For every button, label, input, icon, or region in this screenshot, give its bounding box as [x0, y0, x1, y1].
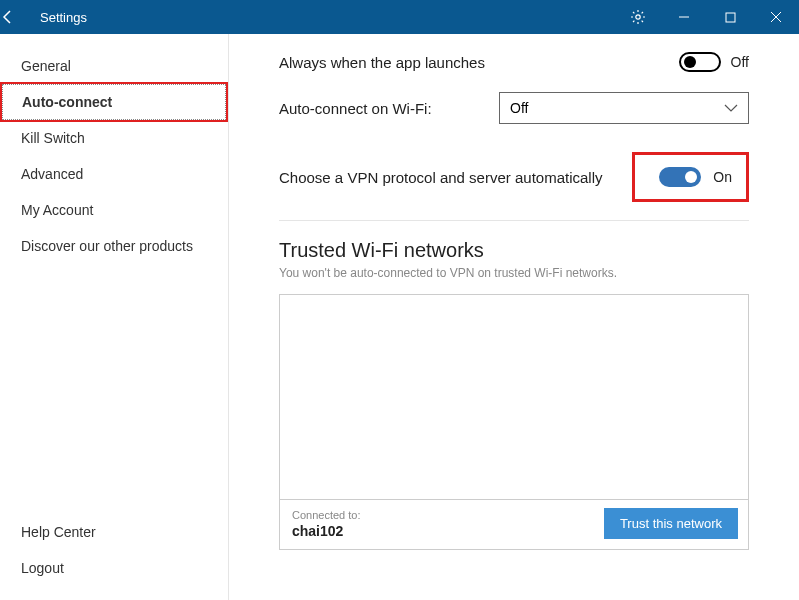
sidebar-item-logout[interactable]: Logout — [0, 550, 228, 586]
connected-label: Connected to: — [292, 509, 361, 521]
back-button[interactable] — [0, 9, 40, 25]
protocol-toggle-label: Choose a VPN protocol and server automat… — [279, 169, 603, 186]
content-pane: Always when the app launches Off Auto-co… — [229, 34, 799, 600]
titlebar: Settings — [0, 0, 799, 34]
maximize-icon — [725, 12, 736, 23]
wifi-select[interactable]: Off — [499, 92, 749, 124]
launch-toggle[interactable] — [679, 52, 721, 72]
window-title: Settings — [40, 10, 87, 25]
svg-rect-2 — [726, 13, 735, 22]
launch-toggle-row: Always when the app launches Off — [279, 52, 749, 72]
trusted-networks-list — [279, 294, 749, 500]
sidebar-item-discover[interactable]: Discover our other products — [0, 228, 228, 264]
trusted-subtitle: You won't be auto-connected to VPN on tr… — [279, 266, 749, 280]
arrow-left-icon — [0, 9, 16, 25]
svg-point-0 — [636, 15, 640, 19]
settings-gear-button[interactable] — [615, 0, 661, 34]
highlighted-box: On — [632, 152, 749, 202]
sidebar-item-general[interactable]: General — [0, 48, 228, 84]
connected-info: Connected to: chai102 — [292, 509, 361, 539]
sidebar-item-my-account[interactable]: My Account — [0, 192, 228, 228]
sidebar: General Auto-connect Kill Switch Advance… — [0, 34, 229, 600]
close-icon — [770, 11, 782, 23]
chevron-down-icon — [724, 101, 738, 115]
maximize-button[interactable] — [707, 0, 753, 34]
protocol-toggle-row: Choose a VPN protocol and server automat… — [279, 152, 749, 221]
launch-toggle-state: Off — [731, 54, 749, 70]
sidebar-item-auto-connect[interactable]: Auto-connect — [2, 84, 226, 120]
wifi-select-label: Auto-connect on Wi-Fi: — [279, 100, 479, 117]
close-button[interactable] — [753, 0, 799, 34]
trusted-title: Trusted Wi-Fi networks — [279, 239, 749, 262]
trusted-footer: Connected to: chai102 Trust this network — [279, 500, 749, 550]
sidebar-item-help-center[interactable]: Help Center — [0, 514, 228, 550]
minimize-button[interactable] — [661, 0, 707, 34]
launch-toggle-label: Always when the app launches — [279, 54, 485, 71]
sidebar-nav-list: General Auto-connect Kill Switch Advance… — [0, 48, 228, 514]
wifi-select-row: Auto-connect on Wi-Fi: Off — [279, 92, 749, 124]
gear-icon — [630, 9, 646, 25]
minimize-icon — [678, 11, 690, 23]
protocol-toggle-state: On — [713, 169, 732, 185]
sidebar-item-kill-switch[interactable]: Kill Switch — [0, 120, 228, 156]
main-area: General Auto-connect Kill Switch Advance… — [0, 34, 799, 600]
wifi-select-value: Off — [510, 100, 528, 116]
trust-network-button[interactable]: Trust this network — [604, 508, 738, 539]
sidebar-item-advanced[interactable]: Advanced — [0, 156, 228, 192]
connected-name: chai102 — [292, 523, 361, 539]
sidebar-footer: Help Center Logout — [0, 514, 228, 600]
protocol-toggle[interactable] — [659, 167, 701, 187]
